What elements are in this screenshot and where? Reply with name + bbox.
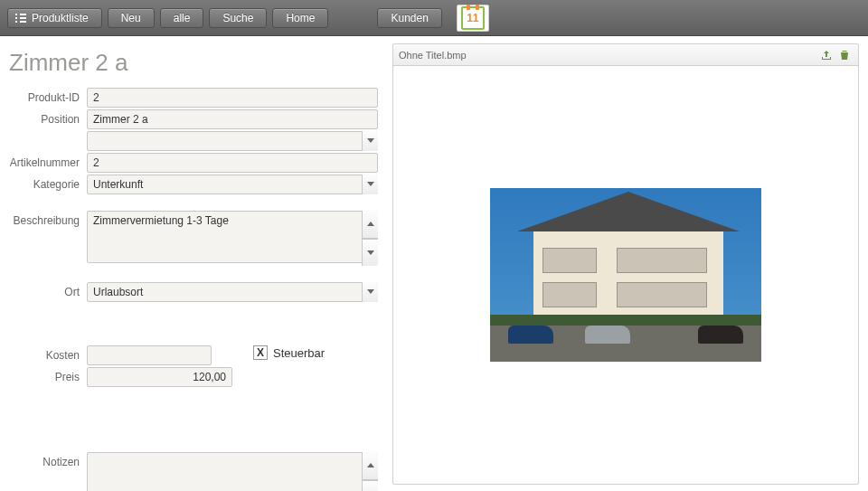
- label-ort: Ort: [9, 282, 87, 298]
- image-card: Ohne Titel.bmp: [392, 43, 859, 485]
- label-preis: Preis: [9, 367, 87, 383]
- beschreibung-field[interactable]: [87, 211, 378, 263]
- ort-select[interactable]: [87, 282, 378, 302]
- notizen-field[interactable]: [87, 452, 378, 491]
- trash-icon[interactable]: [836, 47, 853, 63]
- toolbar: Produktliste Neu alle Suche Home Kunden …: [0, 0, 868, 36]
- chevron-down-icon[interactable]: [362, 175, 378, 194]
- chevron-down-icon[interactable]: [362, 239, 378, 267]
- label-kategorie: Kategorie: [9, 175, 87, 191]
- artikelnummer-field[interactable]: [87, 153, 378, 173]
- produktliste-label: Produktliste: [32, 12, 89, 24]
- main: Zimmer 2 a Produkt-ID Position Artikelnu…: [0, 36, 868, 491]
- position-extra-select[interactable]: [87, 131, 378, 151]
- image-filename: Ohne Titel.bmp: [399, 50, 816, 61]
- chevron-up-icon[interactable]: [362, 211, 378, 239]
- suche-button[interactable]: Suche: [209, 8, 267, 28]
- image-card-header: Ohne Titel.bmp: [393, 44, 858, 66]
- calendar-logo[interactable]: 11: [457, 5, 489, 32]
- label-position: Position: [9, 109, 87, 126]
- product-photo[interactable]: [490, 188, 761, 362]
- calendar-day: 11: [467, 12, 478, 24]
- neu-button[interactable]: Neu: [108, 8, 155, 28]
- home-button[interactable]: Home: [272, 8, 328, 28]
- chevron-down-icon[interactable]: [362, 480, 378, 492]
- export-icon[interactable]: [818, 47, 835, 63]
- image-panel: Ohne Titel.bmp: [389, 36, 868, 491]
- chevron-up-icon[interactable]: [362, 452, 378, 480]
- kategorie-select[interactable]: [87, 175, 378, 194]
- image-body: [393, 66, 858, 484]
- kunden-button[interactable]: Kunden: [377, 8, 441, 28]
- label-beschreibung: Beschreibung: [9, 211, 87, 227]
- kosten-field[interactable]: [87, 345, 212, 365]
- position-field[interactable]: [87, 109, 378, 129]
- preis-field[interactable]: [87, 367, 232, 387]
- label-steuerbar: Steuerbar: [273, 346, 325, 360]
- list-icon: [15, 14, 26, 23]
- steuerbar-checkbox[interactable]: X: [253, 345, 268, 360]
- chevron-down-icon[interactable]: [362, 131, 378, 151]
- label-produkt-id: Produkt-ID: [9, 88, 87, 104]
- label-notizen: Notizen: [9, 452, 87, 468]
- label-kosten: Kosten: [9, 345, 87, 362]
- form-panel: Zimmer 2 a Produkt-ID Position Artikelnu…: [0, 36, 389, 491]
- page-title: Zimmer 2 a: [9, 49, 378, 77]
- produktliste-button[interactable]: Produktliste: [7, 8, 102, 28]
- produkt-id-field[interactable]: [87, 88, 378, 108]
- alle-button[interactable]: alle: [160, 8, 204, 28]
- chevron-down-icon[interactable]: [362, 282, 378, 302]
- label-artikelnummer: Artikelnummer: [9, 153, 87, 169]
